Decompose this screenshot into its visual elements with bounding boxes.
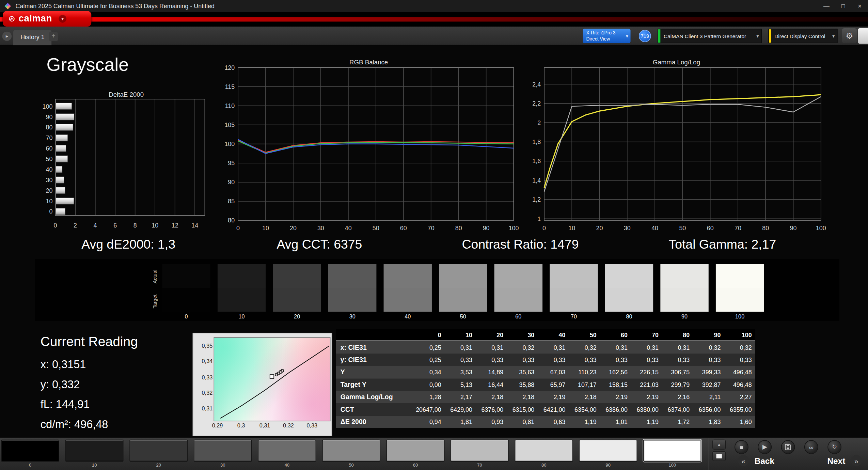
- chevron-down-icon: ▾: [626, 33, 628, 39]
- table-cell: 5,13: [445, 381, 476, 388]
- next-button[interactable]: Next »: [827, 455, 862, 466]
- patch-button-80[interactable]: 80: [515, 440, 573, 468]
- table-cell: 221,03: [631, 381, 662, 388]
- table-cell: 1,19: [569, 419, 600, 425]
- table-cell: 16,44: [476, 381, 507, 388]
- patch-button-60[interactable]: 60: [386, 440, 445, 468]
- svg-text:20: 20: [596, 225, 603, 232]
- grayscale-swatch: 50: [439, 264, 487, 319]
- svg-text:0: 0: [236, 225, 240, 232]
- patch-button-50[interactable]: 50: [322, 440, 380, 468]
- table-col-header: 50: [569, 331, 600, 338]
- svg-text:40: 40: [651, 225, 658, 232]
- svg-text:40: 40: [46, 166, 53, 173]
- grayscale-swatch: 20: [273, 264, 321, 319]
- svg-text:20: 20: [290, 225, 297, 232]
- save-button[interactable]: [781, 440, 795, 454]
- table-cell: 0,34: [413, 369, 444, 376]
- maximize-button[interactable]: □: [835, 0, 851, 12]
- cie-x-tick: 0,31: [259, 422, 270, 428]
- swatch-label: 20: [273, 313, 321, 319]
- side-panel-handle[interactable]: [858, 28, 868, 44]
- patch-button-90[interactable]: 90: [579, 440, 637, 468]
- table-cell: 299,79: [662, 381, 693, 388]
- patch-button-0[interactable]: 0: [1, 440, 59, 468]
- add-tab-button[interactable]: +: [49, 32, 58, 41]
- display-control-dropdown[interactable]: Direct Display Control ▾: [768, 29, 837, 43]
- table-cell: 0,33: [693, 357, 724, 363]
- svg-text:85: 85: [228, 198, 235, 205]
- stop-button[interactable]: ■: [735, 440, 748, 454]
- patch-button-40[interactable]: 40: [258, 440, 316, 468]
- patch-label: 70: [451, 463, 509, 468]
- avg-cct-value: Avg CCT: 6375: [277, 237, 362, 252]
- nav-row: « Back Next »: [738, 455, 862, 466]
- table-cell: 0,31: [538, 344, 569, 351]
- table-row-label: ΔE 2000: [336, 418, 414, 426]
- table-cell: 1,60: [724, 419, 755, 425]
- grayscale-swatch: 10: [218, 264, 266, 319]
- table-cell: 0,94: [413, 419, 444, 425]
- svg-text:100: 100: [509, 225, 519, 232]
- table-cell: 107,17: [569, 381, 600, 388]
- minimize-button[interactable]: —: [818, 0, 835, 12]
- app-window: Calman 2025 Calman Ultimate for Business…: [0, 0, 868, 470]
- back-button[interactable]: « Back: [738, 455, 774, 466]
- contrast-ratio-value: Contrast Ratio: 1479: [462, 237, 579, 252]
- meter-line2: Direct View: [586, 36, 616, 42]
- patch-color: [65, 440, 124, 462]
- swatch-target: [384, 288, 432, 312]
- svg-text:1: 1: [537, 216, 541, 222]
- table-cell: 0,31: [476, 344, 507, 351]
- grayscale-swatch: 70: [550, 264, 598, 319]
- patch-button-70[interactable]: 70: [451, 440, 509, 468]
- table-col-header: 60: [600, 331, 631, 338]
- swatch-target: [439, 288, 487, 312]
- page-title: Grayscale: [47, 54, 129, 75]
- table-cell: 2,16: [662, 394, 693, 401]
- table-col-header: 70: [631, 331, 662, 338]
- table-cell: 2,17: [445, 394, 476, 401]
- collapse-button[interactable]: ▲: [712, 440, 726, 450]
- swatch-label: 30: [328, 313, 376, 319]
- meter-dropdown[interactable]: X-Rite i1Pro 3 Direct View ▾: [583, 29, 631, 43]
- meter-count-badge[interactable]: 719: [639, 30, 651, 42]
- swatch-label: 10: [218, 313, 266, 319]
- swatch-actual: [328, 264, 376, 288]
- patch-button-20[interactable]: 20: [129, 440, 188, 468]
- link-button[interactable]: ∞: [804, 440, 818, 454]
- table-cell: 1,83: [693, 419, 724, 425]
- close-button[interactable]: ×: [851, 0, 868, 12]
- current-reading-title: Current Reading: [41, 334, 138, 349]
- patch-button-100[interactable]: 100: [643, 440, 701, 468]
- pattern-generator-dropdown[interactable]: CalMAN Client 3 Pattern Generator ▾: [658, 29, 762, 43]
- save-icon: [784, 443, 791, 451]
- table-cell: 0,31: [631, 344, 662, 351]
- grayscale-swatch: 90: [660, 264, 708, 319]
- table-cell: 0,33: [724, 357, 755, 363]
- swatch-row-labels: Actual Target: [152, 264, 160, 313]
- sync-button[interactable]: ↻: [827, 440, 841, 454]
- table-col-header: 40: [538, 331, 569, 338]
- chevron-down-icon[interactable]: ▾: [59, 15, 66, 23]
- table-row: y: CIE310,250,330,330,330,330,330,330,33…: [336, 354, 755, 366]
- table-cell: 35,88: [507, 381, 538, 388]
- svg-text:60: 60: [707, 225, 714, 232]
- calman-menu-button[interactable]: ⊛ calman ▾: [3, 11, 91, 27]
- table-cell: 1,28: [413, 394, 444, 401]
- svg-text:10: 10: [262, 225, 269, 232]
- patch-button-30[interactable]: 30: [194, 440, 252, 468]
- table-cell: 2,19: [600, 394, 631, 401]
- settings-gear-button[interactable]: ⚙: [842, 28, 857, 43]
- table-row-label: CCT: [336, 406, 414, 413]
- play-button[interactable]: ▶: [758, 440, 772, 454]
- patch-label: 30: [194, 463, 252, 468]
- svg-text:90: 90: [483, 225, 490, 232]
- window-mode-button[interactable]: [712, 451, 726, 461]
- patch-button-10[interactable]: 10: [65, 440, 124, 468]
- history-nav-button[interactable]: ▸: [2, 32, 12, 41]
- table-cell: 67,03: [538, 369, 569, 376]
- svg-text:1,2: 1,2: [532, 196, 541, 203]
- back-label: Back: [755, 456, 774, 466]
- tab-history-1[interactable]: History 1: [13, 30, 52, 46]
